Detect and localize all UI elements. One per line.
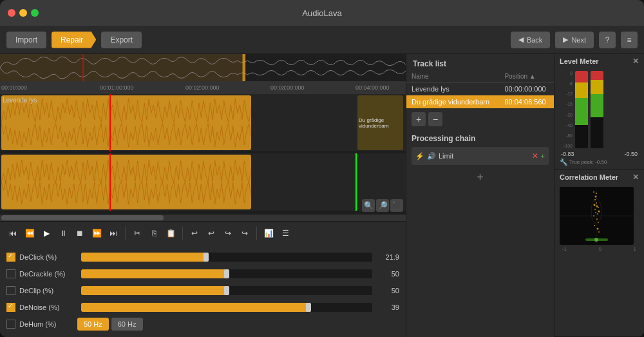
svg-point-21 — [595, 196, 597, 198]
time-mark-0: 00:00:000 — [1, 84, 27, 91]
declick-fill — [81, 253, 206, 262]
pause-button[interactable]: ⏸ — [55, 226, 71, 241]
next-arrow-icon: ▶ — [563, 35, 568, 44]
transport-separator-2 — [182, 227, 183, 240]
correlation-meter-close[interactable]: ✕ — [632, 173, 639, 182]
correlation-label-0: 0 — [599, 246, 601, 252]
skip-start-button[interactable]: ⏮ — [5, 226, 21, 241]
copy-button[interactable]: ⎘ — [146, 226, 162, 241]
svg-point-19 — [594, 199, 596, 200]
decrackle-slider[interactable] — [81, 269, 372, 278]
scrollbar-thumb[interactable] — [1, 215, 164, 220]
next-button[interactable]: ▶ Next — [555, 32, 594, 48]
declick-row: DeClick (%) 21.9 — [6, 249, 399, 265]
undo-button[interactable]: ↩ — [187, 226, 202, 241]
zoom-out-button[interactable]: 🔎 — [376, 199, 389, 212]
denoise-label: DeNoise (%) — [19, 303, 77, 311]
close-button[interactable] — [8, 9, 15, 17]
tracks-container[interactable]: Levende lys // placeholder — [0, 94, 406, 215]
zoom-fit-button[interactable]: ⬛ — [390, 199, 403, 212]
svg-rect-2 — [0, 54, 242, 81]
declick-checkbox[interactable] — [6, 253, 15, 262]
svg-point-22 — [598, 222, 599, 223]
add-track-button[interactable]: + — [412, 112, 426, 126]
tab-repair[interactable]: Repair — [52, 32, 96, 48]
level-scale: 0 -8 -12 -16 -20 -40 -80 -100 — [560, 71, 573, 148]
lissajous-display — [560, 187, 634, 245]
chain-add-small-icon[interactable]: + — [541, 152, 545, 160]
minimize-button[interactable] — [19, 9, 27, 17]
declick-thumb — [204, 253, 209, 262]
window-controls — [8, 9, 39, 17]
declip-slider[interactable] — [81, 286, 372, 295]
denoise-slider[interactable] — [81, 303, 372, 312]
track-2 — [0, 153, 406, 211]
list-button[interactable]: ≡ — [621, 32, 638, 48]
declip-checkbox[interactable] — [6, 286, 15, 295]
level-meter-close[interactable]: ✕ — [632, 57, 639, 66]
dehum-label: DeHum (%) — [19, 320, 77, 328]
back-button[interactable]: ◀ Back — [511, 32, 550, 48]
skip-end-button[interactable]: ⏭ — [106, 226, 121, 241]
tab-export[interactable]: Export — [101, 32, 142, 48]
remove-track-button[interactable]: − — [428, 112, 442, 126]
zoom-in-button[interactable]: 🔍 — [362, 199, 375, 212]
time-ruler: 00:00:000 00:01:00:000 00:02:00:000 00:0… — [0, 81, 406, 94]
decrackle-checkbox[interactable] — [6, 269, 15, 278]
correlation-meter-header: Correlation Meter ✕ — [554, 170, 644, 184]
rewind-button[interactable]: ⏪ — [22, 226, 37, 241]
time-mark-1: 00:01:00:000 — [100, 84, 134, 91]
correlation-labels: -1 0 1 — [560, 246, 639, 252]
stop-button[interactable]: ⏹ — [72, 226, 88, 241]
main-content: // We'll draw inline rect shapes as wave… — [0, 54, 644, 337]
right-bar-red — [591, 71, 603, 80]
add-chain-button[interactable]: + — [412, 170, 549, 184]
denoise-checkbox[interactable] — [6, 303, 15, 312]
overview-waveform[interactable]: // We'll draw inline rect shapes as wave… — [0, 54, 406, 81]
chain-item-limit[interactable]: ⚡ 🔊 Limit ✕ + — [412, 147, 549, 165]
denoise-value: 39 — [376, 303, 399, 311]
dehum-checkbox[interactable] — [6, 320, 15, 329]
tracklist-row-1[interactable]: Du grådige vidunderbarn 00:04:06:560 — [406, 95, 554, 108]
redo-button[interactable]: ↪ — [220, 226, 236, 241]
level-meter-bars: 0 -8 -12 -16 -20 -40 -80 -100 — [560, 71, 639, 148]
help-button[interactable]: ? — [599, 32, 616, 48]
dehum-50hz-button[interactable]: 50 Hz — [77, 318, 109, 331]
list-view-button[interactable]: ☰ — [278, 226, 293, 241]
svg-point-13 — [598, 207, 599, 208]
zoom-controls: 🔍 🔎 ⬛ — [362, 199, 403, 212]
chain-delete-icon[interactable]: ✕ — [532, 151, 538, 160]
processing-chain-title: Processing chain — [412, 134, 549, 143]
dehum-row: DeHum (%) 50 Hz 60 Hz — [6, 316, 399, 332]
waveform-view-button[interactable]: 📊 — [261, 226, 276, 241]
level-meter-display: 0 -8 -12 -16 -20 -40 -80 -100 — [554, 68, 644, 169]
track-1: Levende lys // placeholder — [0, 94, 406, 152]
redo2-button[interactable]: ↪ — [237, 226, 252, 241]
maximize-button[interactable] — [31, 9, 39, 17]
audio-panel: // We'll draw inline rect shapes as wave… — [0, 54, 406, 337]
true-peak-icon: 🔧 — [560, 159, 567, 166]
back-arrow-icon: ◀ — [518, 35, 524, 44]
left-bar-green — [575, 98, 588, 125]
declick-slider[interactable] — [81, 253, 372, 262]
tracklist-row-0[interactable]: Levende lys 00:00:00:000 — [406, 82, 554, 96]
track-name-0: Levende lys — [406, 82, 499, 96]
lissajous-svg — [560, 187, 634, 245]
horizontal-scrollbar[interactable] — [0, 215, 406, 221]
fast-forward-button[interactable]: ⏩ — [89, 226, 104, 241]
waveform-svg-1: // placeholder — [1, 95, 251, 150]
right-level-value: -0.50 — [624, 151, 638, 157]
tracklist-title: Track list — [406, 54, 554, 71]
time-mark-3: 00:03:00:000 — [270, 84, 305, 91]
left-level-value: -0.83 — [561, 151, 574, 157]
cut-button[interactable]: ✂ — [129, 226, 145, 241]
track-name-1: Du grådige vidunderbarn — [406, 95, 499, 108]
paste-button[interactable]: 📋 — [163, 226, 178, 241]
tab-import[interactable]: Import — [6, 32, 46, 48]
dehum-60hz-button[interactable]: 60 Hz — [111, 318, 143, 331]
undo2-button[interactable]: ↩ — [204, 226, 219, 241]
svg-rect-3 — [242, 54, 245, 81]
play-button[interactable]: ▶ — [39, 226, 54, 241]
svg-point-10 — [594, 209, 596, 210]
declip-label: DeClip (%) — [19, 287, 77, 294]
